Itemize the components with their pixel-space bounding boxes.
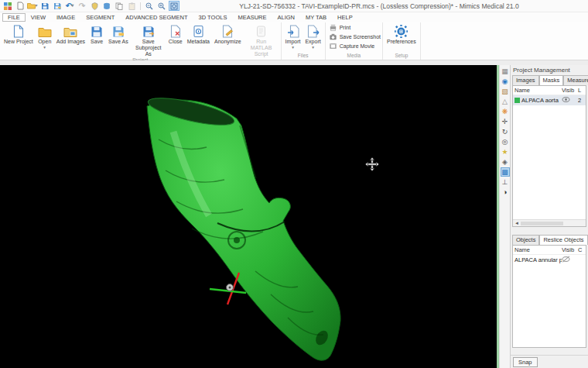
metadata-icon (193, 24, 204, 38)
orbit-icon[interactable]: ◎ (501, 137, 510, 146)
column-visible: Visib (562, 87, 578, 94)
export-button[interactable]: Export (303, 23, 323, 50)
open-quick-icon[interactable]: ▾ (27, 1, 38, 11)
menu-3d-tools[interactable]: 3D TOOLS (193, 13, 233, 22)
axis-icon[interactable]: ⊥ (501, 177, 510, 187)
add-images-quick-icon[interactable] (101, 1, 112, 11)
visible-eye-icon[interactable] (562, 96, 578, 105)
title-bar: ▾ ↶▾ ↷ (0, 0, 588, 12)
group-label-files: Files (283, 52, 323, 60)
new-project-quick-icon[interactable] (15, 1, 26, 11)
rotate-icon[interactable]: ↻ (501, 127, 510, 136)
toolbar-separator (140, 2, 141, 10)
menu-segment[interactable]: SEGMENT (80, 13, 120, 22)
mask-lower-value: 2 (578, 97, 586, 104)
undo-icon[interactable]: ↶▾ (64, 1, 75, 11)
save-icon (91, 24, 103, 38)
tab-masks[interactable]: Masks (539, 75, 564, 85)
new-project-icon (12, 24, 24, 38)
lower-tabs: Objects Reslice Objects (511, 235, 588, 245)
upper-tabs: Images Masks Measurements (511, 75, 588, 85)
prism-icon[interactable]: △ (501, 97, 510, 106)
matlab-script-icon (255, 24, 267, 38)
menu-image[interactable]: IMAGE (51, 13, 80, 22)
save-subproject-as-button[interactable]: Save Subproject As (131, 23, 166, 57)
save-subproject-icon (142, 24, 155, 38)
new-project-button[interactable]: New Project (2, 23, 36, 45)
app-logo-icon (2, 1, 13, 11)
save-quick-icon[interactable] (39, 1, 50, 11)
capture-movie-button[interactable]: Capture Movie (329, 42, 375, 51)
zoom-sphere-icon[interactable]: ◉ (501, 77, 510, 86)
scroll-left-icon[interactable]: ◄ (513, 221, 521, 225)
mask-color-swatch[interactable] (514, 98, 520, 103)
metadata-button[interactable]: Metadata (185, 23, 212, 45)
objects-list-empty (513, 265, 586, 347)
colored-grid-icon[interactable]: ▩ (501, 167, 510, 177)
menu-advanced-segment[interactable]: ADVANCED SEGMENT (120, 13, 193, 22)
open-caret-icon: ▾ (35, 1, 37, 11)
tab-measurements[interactable]: Measurements (563, 75, 588, 85)
snap-bar: Snap (511, 355, 588, 368)
group-label-media: Media (327, 52, 381, 60)
contrast-icon[interactable]: ◑ (501, 187, 510, 197)
import-icon (287, 24, 299, 38)
zoom-in-icon[interactable] (156, 1, 167, 11)
open-button[interactable]: Open (36, 23, 54, 50)
menu-my-tab[interactable]: MY TAB (300, 13, 332, 22)
zoom-out-icon[interactable] (144, 1, 155, 11)
hidden-eye-icon[interactable] (562, 256, 578, 264)
workspace: ▦ ◉ ▧ △ ❋ ✛ ↻ ◎ ★ ◈ ▩ ⊥ ◑ Project Manage… (0, 65, 588, 368)
menu-file[interactable]: FILE (2, 13, 26, 22)
mask-row-alpaca-aorta[interactable]: ALPACA aorta 2 (513, 95, 586, 105)
reslice-objects-list: Name Visib C ALPACA annular pla... (512, 245, 586, 348)
splash-icon[interactable]: ★ (501, 147, 510, 156)
pan-icon[interactable]: ✛ (501, 117, 510, 126)
preferences-button[interactable]: Preferences (385, 23, 419, 45)
object-row-alpaca-annular-plane[interactable]: ALPACA annular pla... (513, 255, 586, 265)
ribbon-empty-space (421, 22, 588, 60)
scrollbar-thumb[interactable] (521, 222, 563, 225)
menu-view[interactable]: VIEW (26, 13, 51, 22)
tab-reslice-objects[interactable]: Reslice Objects (539, 235, 587, 245)
tab-images[interactable]: Images (512, 75, 539, 85)
anonymize-icon (221, 24, 234, 38)
masks-horizontal-scrollbar[interactable]: ◄ (513, 219, 586, 226)
anonymize-button[interactable]: Anonymize (212, 23, 244, 45)
add-images-button[interactable]: Add Images (54, 23, 87, 45)
3d-viewport[interactable] (0, 65, 497, 368)
close-button[interactable]: Close (166, 23, 185, 45)
anonymize-quick-icon[interactable] (89, 1, 100, 11)
run-matlab-script-button: Run MATLAB Script (244, 23, 279, 57)
save-button[interactable]: Save (87, 23, 106, 45)
visibility-diamond-icon[interactable]: ◈ (501, 157, 510, 167)
save-as-icon (112, 24, 125, 38)
ribbon-group-files: Import Export Files (282, 22, 326, 60)
layout-grid-icon[interactable]: ▦ (501, 67, 510, 76)
import-button[interactable]: Import (283, 23, 303, 50)
menu-measure[interactable]: MEASURE (232, 13, 272, 22)
cube-icon[interactable]: ▧ (501, 87, 510, 96)
ribbon-group-project: New Project Open Add Images Save Save As (0, 22, 282, 60)
flower-icon[interactable]: ❋ (501, 107, 510, 116)
add-images-icon (63, 24, 77, 38)
close-icon (169, 24, 181, 38)
masks-list-empty (513, 105, 586, 219)
aorta-3d-model (0, 65, 497, 368)
snap-button[interactable]: Snap (513, 357, 538, 367)
copy-icon[interactable] (114, 1, 125, 11)
ribbon-group-media: Print Save Screenshot Capture Movie Medi… (326, 22, 383, 60)
group-label-setup: Setup (385, 52, 419, 60)
panel-splitter[interactable] (511, 227, 588, 235)
ribbon-group-setup: Preferences Setup (383, 22, 421, 60)
save-as-quick-icon[interactable] (52, 1, 63, 11)
column-name: Name (513, 246, 562, 253)
column-color: C (578, 246, 586, 253)
menu-align[interactable]: ALIGN (272, 13, 301, 22)
objects-header: Name Visib C (513, 246, 586, 255)
tab-objects[interactable]: Objects (512, 235, 539, 245)
redo-icon: ↷ (77, 1, 87, 11)
column-lower: L (578, 87, 586, 94)
save-as-button[interactable]: Save As (106, 23, 131, 45)
mimics-window: ▾ ↶▾ ↷ (0, 0, 588, 368)
